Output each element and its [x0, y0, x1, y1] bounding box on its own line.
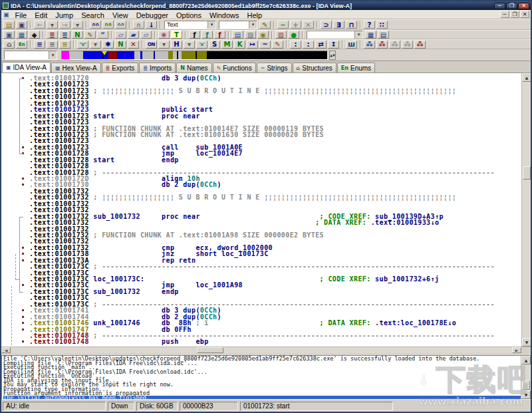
minimize-button[interactable]: ─ — [494, 3, 505, 9]
ida-view-button[interactable]: ▣ — [3, 31, 15, 39]
user-xref-chart-button[interactable]: ⁂ — [414, 41, 426, 49]
make-data-button[interactable]: ≡ — [47, 41, 58, 49]
chevron-down-icon[interactable]: ▾ — [207, 21, 215, 29]
search-type-combo[interactable]: Text▾ — [164, 21, 216, 29]
mdi-child-icon[interactable]: ▣ — [3, 11, 9, 18]
edit-comment-button[interactable]: ✎ — [272, 41, 283, 49]
jump-down-arrow-button[interactable]: ↓ — [146, 21, 157, 29]
caller-graph-button[interactable]: ⁂ — [376, 41, 388, 49]
function-teal-button[interactable]: ƒ — [201, 31, 213, 39]
swap-button[interactable]: ↕ — [328, 41, 339, 49]
tab-ida-view-a[interactable]: ▣IDA View-A — [2, 62, 51, 72]
output-message-line[interactable]: The initial autoanalysis has been finish… — [3, 396, 521, 400]
hex-number-button[interactable]: H — [171, 41, 182, 49]
segments-button[interactable]: ⊃ — [321, 21, 332, 29]
function-list-button[interactable]: ƒ — [189, 31, 200, 39]
structures-window-button[interactable]: ▱ — [115, 31, 126, 39]
offset-button[interactable]: ON — [146, 41, 157, 49]
stack-variable-button[interactable]: K — [234, 41, 245, 49]
patched-bytes-button[interactable]: ∷ — [376, 21, 388, 29]
disassembly-vertical-scrollbar[interactable]: ▲ ▼ — [521, 73, 531, 346]
scroll-left-icon[interactable]: ◄ — [1, 347, 11, 353]
scroll-up-icon[interactable]: ▲ — [521, 356, 531, 364]
tab-strings[interactable]: ~Strings — [257, 63, 292, 72]
menu-file[interactable]: File — [11, 11, 31, 19]
jump-target-combo[interactable]: ▾ — [4, 51, 57, 60]
hscroll-thumb[interactable] — [197, 347, 223, 353]
menu-debugger[interactable]: Debugger — [132, 11, 172, 19]
number-format-button[interactable]: ⇄ — [315, 41, 327, 49]
remove-view-button[interactable]: − — [277, 21, 289, 29]
enums-window-button[interactable]: ▰ — [128, 31, 139, 39]
functions-button[interactable]: ✎ — [84, 31, 96, 39]
save-button[interactable]: ▣ — [16, 21, 27, 29]
mdi-restore-button[interactable]: ❐ — [510, 11, 519, 18]
local-types-button[interactable]: T — [171, 31, 182, 39]
type-libraries-button[interactable]: ❀ — [158, 31, 170, 39]
nav-back-dropdown[interactable]: ▾ — [47, 21, 58, 29]
imports-button[interactable]: ≣ — [59, 31, 70, 39]
search-again-button[interactable]: ∩ — [133, 21, 144, 29]
struct-offset-button[interactable]: ↦ — [247, 41, 258, 49]
chevron-down-icon[interactable]: ▾ — [49, 51, 57, 59]
names-button[interactable]: N — [72, 31, 83, 39]
string-dropdown[interactable]: ▾ — [90, 41, 101, 49]
string-literal-button[interactable]: "s" — [77, 41, 88, 49]
output-scroll-thumb[interactable] — [522, 380, 530, 390]
hscroll-track[interactable] — [11, 347, 512, 353]
selectors-button[interactable]: ⊓ — [346, 21, 357, 29]
nav-back-button[interactable]: ← — [34, 21, 45, 29]
coin-button[interactable]: ◉ — [257, 31, 269, 39]
search-binoculars-button[interactable]: ∩∩ — [90, 21, 101, 29]
rename-button[interactable]: N — [115, 41, 126, 49]
navigation-band[interactable] — [61, 51, 328, 60]
scroll-right-icon[interactable]: ► — [512, 347, 521, 353]
invert-sign-button[interactable]: ~ — [259, 41, 271, 49]
search-value-combo[interactable]: ▾ — [219, 21, 257, 29]
maximize-button[interactable]: ❐ — [506, 3, 517, 9]
tab-imports[interactable]: ≣Imports — [139, 63, 176, 72]
close-button[interactable]: ✕ — [518, 3, 529, 9]
xref-graph-from-button[interactable]: ⁂ — [389, 41, 400, 49]
disassembly-scroll-thumb[interactable] — [523, 166, 531, 180]
edit-pencil-button[interactable]: ✎ — [259, 21, 271, 29]
menu-options[interactable]: Options — [172, 11, 205, 19]
output-messages[interactable]: File 'C:\Users\valentin\Desktop\updates\… — [2, 356, 521, 399]
record-button[interactable]: ● — [288, 31, 299, 39]
call-graph-button[interactable]: ⁂ — [364, 41, 375, 49]
tab-exports[interactable]: ≣Exports — [102, 63, 139, 72]
xref-graph-to-button[interactable]: ⁂ — [402, 41, 413, 49]
workspace-combo[interactable]: ▾ — [307, 31, 363, 39]
menu-jump[interactable]: Jump — [51, 11, 77, 19]
navband-zoom-spinner[interactable]: ▲▼ — [329, 51, 336, 60]
menu-edit[interactable]: Edit — [31, 11, 51, 19]
structures-button[interactable]: ⌂ — [3, 41, 15, 49]
menu-view[interactable]: View — [108, 11, 132, 19]
add-view-button[interactable]: + — [290, 21, 301, 29]
undefine-button[interactable]: ✱ — [102, 41, 114, 49]
function-red-button[interactable]: ƒ — [214, 31, 225, 39]
disassembly-view[interactable]: .text:01001720 db 3 dup(0CCh).text:01001… — [1, 73, 521, 346]
repeatable-comment-button[interactable]: : — [303, 41, 314, 49]
close-view-button[interactable]: ✕ — [303, 21, 314, 29]
tab-names[interactable]: NNames — [176, 63, 211, 72]
output-vertical-scrollbar[interactable]: ▲ ▼ — [521, 356, 530, 399]
explore-button[interactable]: ≡ — [59, 41, 70, 49]
disassembly-horizontal-scrollbar[interactable]: ◄ ► — [1, 346, 531, 353]
nav-forward-dropdown[interactable]: ▾ — [72, 21, 83, 29]
tab-enums[interactable]: EnEnums — [337, 63, 375, 72]
search-next-binoculars-button[interactable]: ∩∩ — [102, 21, 114, 29]
scroll-down-icon[interactable]: ▼ — [521, 390, 531, 399]
tab-hex-view-a[interactable]: ▦Hex View-A — [51, 63, 101, 72]
mdi-close-button[interactable]: ✕ — [520, 11, 529, 18]
segment-button[interactable]: S — [209, 41, 220, 49]
problems-button[interactable]: ? — [364, 21, 375, 29]
open-file-button[interactable]: ▤ — [3, 21, 15, 29]
script-command-button[interactable]: ▨ — [245, 31, 256, 39]
chart-button[interactable]: ш — [346, 41, 357, 49]
offset-dropdown[interactable]: ▾ — [158, 41, 170, 49]
tab-functions[interactable]: ✎Functions — [213, 63, 256, 72]
menu-windows[interactable]: Windows — [205, 11, 243, 19]
flow-chart-button[interactable]: ◆ — [29, 31, 40, 39]
enums-button[interactable]: En — [16, 41, 27, 49]
